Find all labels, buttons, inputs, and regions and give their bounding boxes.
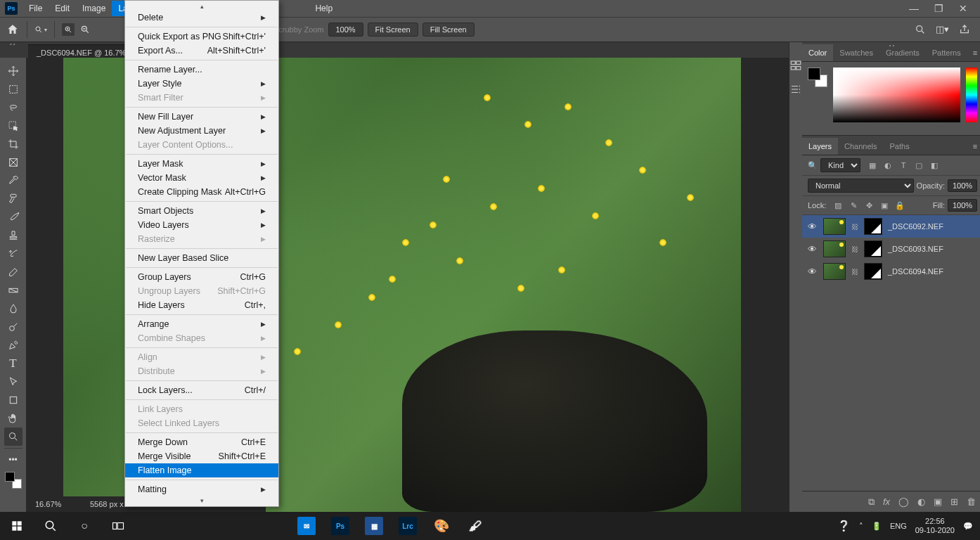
hand-tool-icon[interactable]: [4, 409, 22, 428]
toolbar-grip-icon[interactable]: ••: [10, 41, 17, 47]
layer-item[interactable]: 👁 ⛓ _DSC6094.NEF: [802, 260, 980, 283]
menu-item[interactable]: Create Clipping MaskAlt+Ctrl+G: [125, 185, 278, 199]
tab-layers[interactable]: Layers: [802, 138, 838, 155]
tab-swatches[interactable]: Swatches: [833, 44, 879, 61]
app-calculator-icon[interactable]: ▦: [357, 512, 391, 540]
layer-mask-thumbnail[interactable]: [864, 263, 882, 280]
taskview-icon[interactable]: [101, 512, 135, 540]
pen-tool-icon[interactable]: [4, 336, 22, 354]
filter-pixel-icon[interactable]: ▦: [868, 161, 877, 170]
hue-slider[interactable]: [966, 68, 977, 122]
layer-name[interactable]: _DSC6093.NEF: [888, 245, 943, 253]
menu-item[interactable]: Matting▶: [125, 482, 278, 496]
tray-chevron-icon[interactable]: ˄: [859, 522, 863, 531]
layer-thumbnail[interactable]: [823, 240, 846, 257]
fg-bg-color-icon[interactable]: [808, 68, 827, 87]
visibility-icon[interactable]: 👁: [808, 221, 818, 232]
brush-tool-icon[interactable]: [4, 208, 22, 226]
visibility-icon[interactable]: 👁: [808, 244, 818, 255]
filter-shape-icon[interactable]: ▢: [914, 161, 924, 170]
new-layer-icon[interactable]: ⊞: [950, 496, 958, 507]
adjustment-layer-icon[interactable]: ◐: [917, 496, 925, 507]
tab-paths[interactable]: Paths: [884, 138, 916, 155]
tab-color[interactable]: Color: [802, 44, 833, 61]
tab-gradients[interactable]: Gradients: [879, 44, 926, 61]
panel-menu-icon[interactable]: ≡: [967, 44, 980, 61]
blend-mode-select[interactable]: Normal: [808, 179, 914, 193]
color-picker[interactable]: [833, 68, 960, 122]
panel-menu-icon[interactable]: ≡: [967, 138, 980, 155]
layer-item[interactable]: 👁 ⛓ _DSC6092.NEF: [802, 215, 980, 238]
visibility-icon[interactable]: 👁: [808, 266, 818, 277]
marquee-tool-icon[interactable]: [4, 80, 22, 98]
menu-item[interactable]: Hide LayersCtrl+,: [125, 298, 278, 312]
lock-artboard-icon[interactable]: ▣: [879, 201, 889, 210]
zoom-out-icon[interactable]: [79, 23, 91, 36]
delete-layer-icon[interactable]: 🗑: [967, 496, 976, 507]
share-icon[interactable]: [959, 24, 970, 35]
stamp-tool-icon[interactable]: [4, 226, 22, 245]
cortana-icon[interactable]: ○: [67, 512, 101, 540]
properties-panel-icon[interactable]: [789, 83, 802, 96]
zoom-value-field[interactable]: 100%: [328, 22, 363, 37]
layer-name[interactable]: _DSC6092.NEF: [888, 222, 943, 231]
layer-thumbnail[interactable]: [823, 263, 846, 280]
shape-tool-icon[interactable]: [4, 391, 22, 409]
fill-value[interactable]: 100%: [948, 199, 977, 212]
start-button[interactable]: [0, 512, 34, 540]
filter-type-icon[interactable]: T: [898, 161, 908, 170]
lock-position-icon[interactable]: ✥: [864, 201, 874, 210]
link-layers-icon[interactable]: ⧉: [868, 496, 875, 508]
eyedropper-tool-icon[interactable]: [4, 172, 22, 190]
menu-item[interactable]: Video Layers▶: [125, 218, 278, 232]
lock-transparent-icon[interactable]: ▨: [833, 201, 843, 210]
menu-help[interactable]: Help: [309, 1, 339, 16]
tray-notifications-icon[interactable]: 💬: [963, 522, 973, 531]
tray-battery-icon[interactable]: 🔋: [872, 522, 882, 531]
menu-image[interactable]: Image: [76, 1, 112, 16]
layer-item[interactable]: 👁 ⛓ _DSC6093.NEF: [802, 238, 980, 260]
layer-mask-thumbnail[interactable]: [864, 240, 882, 257]
lock-all-icon[interactable]: 🔒: [895, 201, 905, 210]
menu-item[interactable]: Rename Layer...: [125, 63, 278, 77]
window-restore-icon[interactable]: ❐: [934, 3, 943, 14]
menu-item[interactable]: Quick Export as PNGShift+Ctrl+': [125, 30, 278, 44]
dodge-tool-icon[interactable]: [4, 318, 22, 336]
menu-item[interactable]: New Fill Layer▶: [125, 110, 278, 124]
menu-scroll-up-icon[interactable]: ▴: [125, 2, 278, 11]
menu-item[interactable]: Arrange▶: [125, 317, 278, 331]
menu-scroll-down-icon[interactable]: ▾: [125, 496, 278, 505]
app-lightroom-icon[interactable]: Lrc: [391, 512, 425, 540]
menu-item[interactable]: Smart Objects▶: [125, 204, 278, 218]
tab-channels[interactable]: Channels: [838, 138, 883, 155]
menu-item[interactable]: Flatten Image: [125, 463, 278, 477]
app-paintnet-icon[interactable]: 🖌: [458, 512, 492, 540]
menu-item[interactable]: Delete▶: [125, 11, 278, 25]
home-icon[interactable]: [6, 22, 20, 37]
menu-edit[interactable]: Edit: [49, 1, 76, 16]
filter-adjust-icon[interactable]: ◐: [883, 161, 893, 170]
layer-filter-icons[interactable]: ▦ ◐ T ▢ ◧: [868, 161, 939, 170]
crop-tool-icon[interactable]: [4, 135, 22, 153]
type-tool-icon[interactable]: T: [4, 354, 22, 373]
tray-help-icon[interactable]: ❔: [837, 520, 851, 532]
eraser-tool-icon[interactable]: [4, 263, 22, 281]
search-button[interactable]: [34, 512, 67, 540]
gradient-tool-icon[interactable]: [4, 281, 22, 300]
opacity-value[interactable]: 100%: [948, 179, 977, 192]
menu-item[interactable]: Layer Mask▶: [125, 157, 278, 171]
tray-lang[interactable]: ENG: [890, 522, 907, 530]
window-close-icon[interactable]: ✕: [959, 3, 967, 14]
menu-item[interactable]: Lock Layers...Ctrl+/: [125, 383, 278, 397]
menu-item[interactable]: Merge DownCtrl+E: [125, 435, 278, 449]
app-mail-icon[interactable]: ✉: [290, 512, 323, 540]
history-brush-tool-icon[interactable]: [4, 245, 22, 263]
layer-filter-kind[interactable]: Kind: [820, 158, 860, 172]
menu-item[interactable]: Group LayersCtrl+G: [125, 270, 278, 284]
lock-pixels-icon[interactable]: ✎: [849, 201, 858, 210]
layer-mask-thumbnail[interactable]: [864, 218, 882, 235]
history-panel-icon[interactable]: [789, 59, 802, 72]
path-select-tool-icon[interactable]: [4, 373, 22, 391]
menu-item[interactable]: Vector Mask▶: [125, 171, 278, 185]
fit-screen-button[interactable]: Fit Screen: [368, 22, 418, 37]
